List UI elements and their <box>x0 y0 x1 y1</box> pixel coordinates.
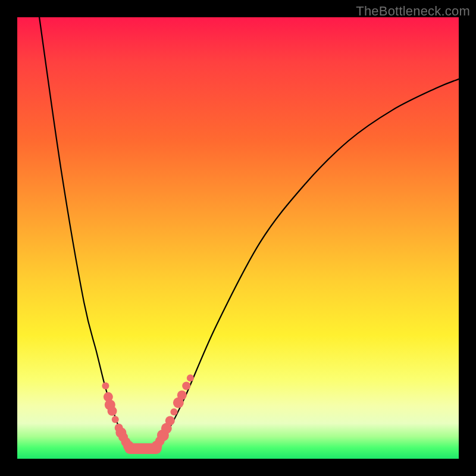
marker-dot <box>112 416 119 423</box>
marker-dot <box>177 390 187 400</box>
chart-svg <box>17 17 459 459</box>
marker-dot <box>187 374 194 381</box>
curve-left-branch <box>39 17 130 449</box>
marker-dot <box>165 416 175 425</box>
marker-dot <box>182 382 190 390</box>
marker-dot <box>170 408 177 415</box>
watermark-text: TheBottleneck.com <box>356 4 470 19</box>
marker-dot <box>102 383 109 390</box>
marker-dot <box>108 406 117 416</box>
curve-right-branch <box>156 79 459 449</box>
chart-area <box>17 17 459 459</box>
marker-dot <box>123 440 134 451</box>
marker-group <box>102 374 193 451</box>
